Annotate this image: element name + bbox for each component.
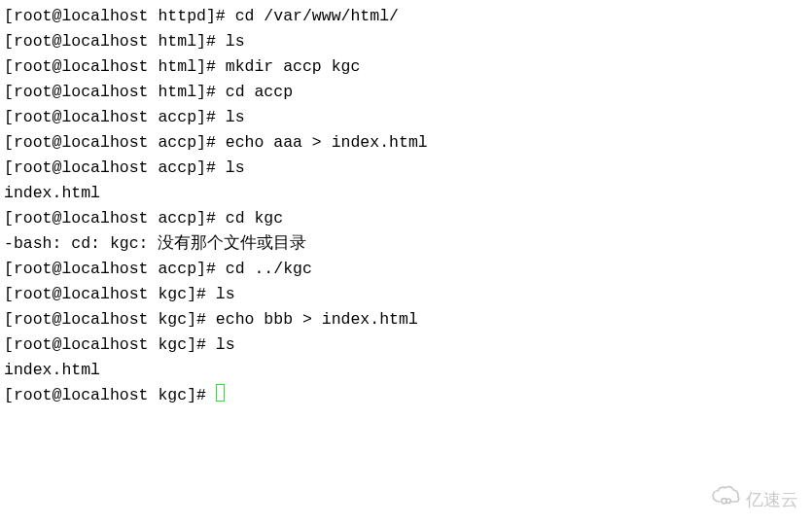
- prompt-text: [root@localhost kgc]#: [4, 386, 216, 404]
- terminal-prompt-line: [root@localhost accp]# cd kgc: [4, 206, 812, 231]
- terminal-prompt-line: [root@localhost accp]# cd ../kgc: [4, 257, 812, 282]
- terminal-output-line: index.html: [4, 358, 812, 383]
- prompt-text: [root@localhost accp]#: [4, 260, 226, 278]
- svg-point-1: [726, 499, 731, 504]
- command-text: echo aaa > index.html: [226, 133, 428, 152]
- prompt-text: [root@localhost accp]#: [4, 158, 226, 177]
- command-text: echo bbb > index.html: [216, 310, 418, 329]
- terminal-output-line: -bash: cd: kgc: 没有那个文件或目录: [4, 231, 812, 257]
- terminal-prompt-line: [root@localhost html]# ls: [4, 29, 812, 54]
- prompt-text: [root@localhost accp]#: [4, 209, 226, 228]
- terminal-prompt-line: [root@localhost accp]# ls: [4, 156, 812, 181]
- terminal-prompt-line: [root@localhost accp]# ls: [4, 105, 812, 130]
- cursor-icon: [216, 384, 225, 402]
- prompt-text: [root@localhost kgc]#: [4, 335, 216, 354]
- command-text: cd kgc: [226, 209, 283, 228]
- output-text: index.html: [4, 184, 100, 202]
- output-text: index.html: [4, 361, 100, 379]
- prompt-text: [root@localhost html]#: [4, 32, 226, 51]
- watermark-text: 亿速云: [746, 487, 798, 512]
- command-text: cd /var/www/html/: [235, 7, 399, 25]
- prompt-text: [root@localhost html]#: [4, 57, 226, 76]
- command-text: mkdir accp kgc: [226, 57, 361, 76]
- terminal-prompt-line: [root@localhost accp]# echo aaa > index.…: [4, 130, 812, 156]
- output-text: -bash: cd: kgc: 没有那个文件或目录: [4, 234, 306, 253]
- cloud-icon: [711, 485, 740, 513]
- prompt-text: [root@localhost accp]#: [4, 133, 226, 152]
- terminal-prompt-line: [root@localhost kgc]# echo bbb > index.h…: [4, 307, 812, 332]
- command-text: ls: [226, 108, 245, 126]
- command-text: ls: [226, 158, 245, 177]
- terminal-prompt-line: [root@localhost kgc]#: [4, 383, 812, 408]
- command-text: cd accp: [226, 83, 293, 101]
- prompt-text: [root@localhost accp]#: [4, 108, 226, 126]
- prompt-text: [root@localhost httpd]#: [4, 7, 235, 25]
- command-text: ls: [226, 32, 245, 51]
- terminal-prompt-line: [root@localhost html]# mkdir accp kgc: [4, 54, 812, 80]
- watermark: 亿速云: [711, 485, 798, 513]
- command-text: cd ../kgc: [226, 260, 312, 278]
- terminal-output[interactable]: [root@localhost httpd]# cd /var/www/html…: [4, 4, 812, 408]
- terminal-prompt-line: [root@localhost kgc]# ls: [4, 332, 812, 358]
- terminal-prompt-line: [root@localhost kgc]# ls: [4, 282, 812, 307]
- command-text: ls: [216, 335, 235, 354]
- terminal-prompt-line: [root@localhost httpd]# cd /var/www/html…: [4, 4, 812, 29]
- command-text: ls: [216, 285, 235, 303]
- terminal-output-line: index.html: [4, 181, 812, 206]
- prompt-text: [root@localhost kgc]#: [4, 285, 216, 303]
- prompt-text: [root@localhost kgc]#: [4, 310, 216, 329]
- terminal-prompt-line: [root@localhost html]# cd accp: [4, 80, 812, 105]
- prompt-text: [root@localhost html]#: [4, 83, 226, 101]
